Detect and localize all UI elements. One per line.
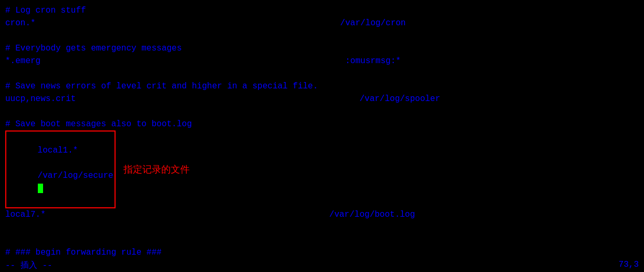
text-cursor <box>38 184 43 193</box>
line-7: # Save news errors of level crit and hig… <box>5 80 639 93</box>
cron-right: /var/log/cron <box>340 17 406 29</box>
comment-forwarding-begin: # ### begin forwarding rule ### <box>5 246 162 259</box>
line-1: # Log cron stuff <box>5 4 639 17</box>
line-10: # Save boot messages also to boot.log <box>5 118 639 130</box>
comment-log-cron: # Log cron stuff <box>5 4 86 17</box>
uucp-left: uucp,news.crit <box>5 93 76 105</box>
empty-line-1 <box>5 29 639 42</box>
line-15: # ### begin forwarding rule ### <box>5 246 639 259</box>
comment-emergency: # Everybody gets emergency messages <box>5 42 182 55</box>
line-4: # Everybody gets emergency messages <box>5 42 639 55</box>
emerg-right: :omusrmsg:* <box>345 55 401 67</box>
editor: # Log cron stuff cron.* /var/log/cron # … <box>0 0 644 272</box>
local7-right: /var/log/boot.log <box>329 208 415 221</box>
line-2: cron.* /var/log/cron <box>5 17 639 29</box>
cursor-position: 73,3 <box>619 260 639 271</box>
empty-line-3 <box>5 105 639 118</box>
local1-middle: /var/log/secure <box>38 171 113 180</box>
line-12: local7.* /var/log/boot.log <box>5 208 639 221</box>
line-5: *.emerg :omusrmsg:* <box>5 55 639 67</box>
comment-boot-messages: # Save boot messages also to boot.log <box>5 118 192 130</box>
editor-mode: -- 插入 -- <box>5 260 53 271</box>
emerg-left: *.emerg <box>5 55 40 67</box>
local1-left: local1.* <box>38 146 78 155</box>
empty-line-5 <box>5 234 639 246</box>
local7-left: local7.* <box>5 208 46 221</box>
empty-line-4 <box>5 221 639 234</box>
comment-news-errors: # Save news errors of level crit and hig… <box>5 80 318 93</box>
highlighted-code-box: local1.* /var/log/secure <box>5 130 116 208</box>
cron-left: cron.* <box>5 17 36 29</box>
line-11: local1.* /var/log/secure 指定记录的文件 <box>5 130 639 208</box>
status-bar: -- 插入 -- 73,3 <box>0 259 644 272</box>
empty-line-2 <box>5 67 639 80</box>
uucp-right: /var/log/spooler <box>359 93 440 105</box>
annotation-chinese: 指定记录的文件 <box>123 163 190 177</box>
line-8: uucp,news.crit /var/log/spooler <box>5 93 639 105</box>
